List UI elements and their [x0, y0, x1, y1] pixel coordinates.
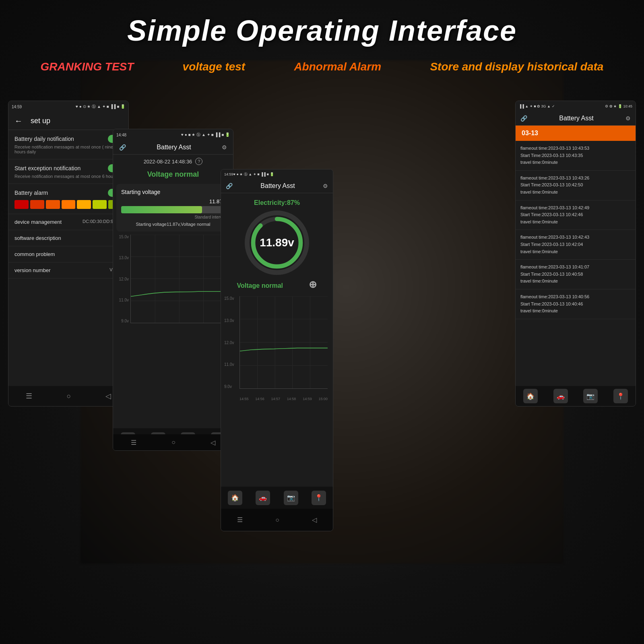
settings-icon-4[interactable]: ⚙	[625, 115, 631, 122]
travel-time-0: travel time:0minute	[520, 159, 631, 166]
android-menu-2[interactable]: ☰	[131, 439, 136, 446]
nav3-btn-camera[interactable]: 📷	[284, 491, 298, 505]
history-entry-4: flameout time:2023-03-13 10:41:07 Start …	[516, 260, 636, 289]
y-label-1: 15.0v	[116, 235, 130, 239]
settings-icon-2[interactable]: ⚙	[222, 144, 227, 151]
status-time-1: 14:59	[12, 105, 22, 109]
screen-abnormal: 14:59 ♥ ● ★ ⓑ ▲ ✦ ■ ▐▐ ■ 🔋 🔗 Battery Ass…	[221, 169, 333, 531]
alarm-color-1	[14, 200, 29, 209]
screens-container: 14:59 ♥ ● ⊙ ★ ⓑ ▲ ✦ ■ ▐▐ ■ 🔋 ← set up Ba…	[0, 89, 644, 644]
y-label-4: 11.0v	[116, 298, 130, 302]
software-desc-label: software description	[14, 235, 61, 241]
chart-y-labels-3: 15.0v 13.0v 12.0v 11.0v 9.0v	[224, 296, 239, 389]
travel-time-3: travel time:0minute	[520, 248, 631, 256]
android-home-3[interactable]: ○	[275, 516, 279, 524]
start-time-5: Start Time:2023-03-13 10:40:46	[520, 301, 631, 308]
app-title-2: Battery Asst	[126, 144, 222, 151]
version-info: version number V1.0.5	[8, 262, 128, 279]
nav-bottom-1: ☰ ○ ◁	[8, 386, 128, 406]
voltage-bar-fill	[121, 206, 202, 213]
gauge-container: Electricity:87% 11.89v Voltage normal ⊕	[221, 193, 333, 296]
voltage-normal-3: Voltage normal ⊕	[237, 279, 317, 290]
battery-daily-label: Battery daily notification	[14, 136, 74, 142]
start-time-4: Start Time:2023-03-13 10:40:58	[520, 271, 631, 278]
flameout-time-2: flameout time:2023-03-13 10:42:49	[520, 204, 631, 212]
categories-row: GRANKING TEST voltage test Abnormal Alar…	[0, 60, 644, 73]
history-entry-5: flameout time:2023-03-13 10:40:56 Start …	[516, 289, 636, 319]
status-time-3: 14:59	[224, 172, 233, 176]
x3-label-2: 14:56	[255, 397, 264, 401]
sv-value: 11.87v	[121, 198, 225, 204]
settings-icon-3[interactable]: ⚙	[323, 183, 328, 189]
alarm-color-3	[46, 200, 60, 209]
y3-label-1: 15.0v	[224, 296, 239, 301]
nav-home-icon[interactable]: ○	[67, 392, 71, 400]
settings-title: set up	[31, 117, 50, 125]
software-description[interactable]: software description	[8, 230, 128, 246]
chart-area-3: 15.0v 13.0v 12.0v 11.0v 9.0v	[224, 296, 330, 401]
exception-label: Start exception notification	[14, 165, 80, 171]
status-icons-2: ♥ ● ■ ★ ⓑ ▲ ✦ ■ ▐▐ ■ 🔋	[181, 132, 230, 138]
x3-label-4: 14:58	[287, 397, 296, 401]
exception-desc: Receive notification messages at most on…	[14, 174, 122, 179]
nav4-btn-camera[interactable]: 📷	[583, 389, 598, 403]
history-list: flameout time:2023-03-13 10:43:53 Start …	[516, 141, 636, 319]
nav-back-icon[interactable]: ◁	[105, 392, 111, 400]
flameout-time-3: flameout time:2023-03-13 10:42:43	[520, 234, 631, 241]
screen-settings: 14:59 ♥ ● ⊙ ★ ⓑ ▲ ✦ ■ ▐▐ ■ 🔋 ← set up Ba…	[8, 101, 129, 407]
nav4-btn-home[interactable]: 🏠	[523, 389, 538, 403]
android-back-2[interactable]: ◁	[211, 439, 215, 446]
voltage-line-3	[240, 348, 328, 351]
battery-daily-desc: Receive notification messages at most on…	[14, 144, 122, 154]
nav4-btn-car[interactable]: 🚗	[553, 389, 568, 403]
status-bar-2: 14:48 ♥ ● ■ ★ ⓑ ▲ ✦ ■ ▐▐ ■ 🔋	[113, 129, 233, 140]
add-button-3[interactable]: ⊕	[309, 279, 317, 290]
nav3-btn-car[interactable]: 🚗	[256, 491, 270, 505]
link-icon: 🔗	[119, 144, 126, 151]
android-menu-3[interactable]: ☰	[237, 516, 243, 524]
status-icons-4-left: ▐▐ ▲ ✦ ■ ✿ 3G ▲ ✓	[519, 104, 555, 108]
chart-svg-2	[131, 235, 228, 323]
nav4-btn-location[interactable]: 📍	[613, 389, 628, 403]
y3-label-5: 9.0v	[224, 384, 239, 389]
app-title-3: Battery Asst	[233, 182, 323, 190]
status-icons-1: ♥ ● ⊙ ★ ⓑ ▲ ✦ ■ ▐▐ ■ 🔋	[76, 104, 125, 109]
history-entry-0: flameout time:2023-03-13 10:43:53 Start …	[516, 141, 636, 171]
start-time-2: Start Time:2023-03-13 10:42:46	[520, 211, 631, 219]
historical-header: 🔗 Battery Asst ⚙	[516, 111, 636, 126]
gauge-circle: 11.89v	[245, 211, 309, 275]
date-tab[interactable]: 03-13	[516, 126, 636, 141]
sv-title: Starting voltage	[121, 189, 225, 195]
status-bar-3: 14:59 ♥ ● ★ ⓑ ▲ ✦ ■ ▐▐ ■ 🔋	[221, 169, 333, 179]
question-icon[interactable]: ?	[195, 158, 202, 165]
chart-svg-3	[240, 296, 328, 388]
flameout-time-1: flameout time:2023-03-13 10:43:26	[520, 175, 631, 182]
y3-label-2: 13.0v	[224, 318, 239, 323]
settings-header: ← set up	[8, 112, 128, 130]
android-back-3[interactable]: ◁	[312, 516, 317, 524]
alarm-color-scale	[14, 200, 122, 209]
bottom-nav-3: 🏠 🚗 📷 📍	[221, 487, 333, 509]
y-label-2: 13.0v	[116, 256, 130, 260]
common-problem[interactable]: common problem	[8, 246, 128, 262]
start-time-1: Start Time:2023-03-13 10:42:50	[520, 182, 631, 189]
back-button[interactable]: ←	[14, 116, 23, 126]
status-icons-4-right: ⚙ ✿ ★ 🔋 10:45	[605, 104, 632, 108]
flameout-time-4: flameout time:2023-03-13 10:41:07	[520, 264, 631, 271]
electricity-label: Electricity:87%	[254, 199, 300, 206]
battery-daily-notification: Battery daily notification Receive notif…	[8, 130, 128, 159]
device-management: device management DC:0D:30:DD:9E:69	[8, 214, 128, 230]
exception-notification: Start exception notification Receive not…	[8, 159, 128, 184]
screen-voltage: 14:48 ♥ ● ■ ★ ⓑ ▲ ✦ ■ ▐▐ ■ 🔋 🔗 Battery A…	[113, 129, 233, 451]
nav-menu-icon[interactable]: ☰	[26, 392, 32, 400]
y3-label-3: 12.0v	[224, 341, 239, 345]
nav3-btn-home[interactable]: 🏠	[228, 491, 242, 505]
alarm-color-6	[93, 200, 107, 209]
nav3-btn-location[interactable]: 📍	[312, 491, 326, 505]
android-home-2[interactable]: ○	[171, 439, 175, 446]
y3-label-4: 11.0v	[224, 362, 239, 367]
history-entry-1: flameout time:2023-03-13 10:43:26 Start …	[516, 171, 636, 200]
voltage-bar	[121, 206, 225, 213]
alarm-color-2	[30, 200, 44, 209]
flameout-time-5: flameout time:2023-03-13 10:40:56	[520, 293, 631, 301]
